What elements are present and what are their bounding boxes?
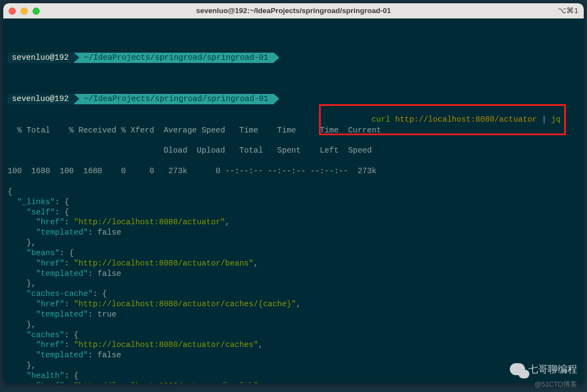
command-highlight-box: curl http://localhost:8080/actuator | jq [319, 104, 565, 135]
prompt-path: ~/IdeaProjects/springroad/springroad-01 [74, 53, 273, 63]
curl-progress-row: 100 1680 100 1680 0 0 273k 0 --:--:-- --… [8, 166, 579, 176]
wechat-icon [510, 363, 525, 375]
prompt-line-1: sevenluo@192 ~/IdeaProjects/springroad/s… [8, 53, 579, 63]
prompt-line-2: sevenluo@192 ~/IdeaProjects/springroad/s… [8, 94, 579, 104]
cmd-curl: curl [371, 115, 390, 124]
window-title: sevenluo@192:~/IdeaProjects/springroad/s… [3, 6, 584, 16]
wechat-label: 七哥聊编程 [528, 363, 577, 376]
json-output: { "_links": { "self": { "href": "http://… [8, 187, 579, 383]
terminal-window: sevenluo@192:~/IdeaProjects/springroad/s… [3, 3, 584, 383]
prompt-user: sevenluo@192 [8, 94, 74, 104]
command-area: curl http://localhost:8080/actuator | jq [274, 94, 579, 104]
cmd-jq: jq [551, 115, 560, 124]
prompt-user: sevenluo@192 [8, 53, 74, 63]
prompt-path: ~/IdeaProjects/springroad/springroad-01 [74, 94, 273, 104]
curl-header-2: Dload Upload Total Spent Left Speed [8, 146, 579, 156]
cmd-url: http://localhost:8080/actuator [395, 115, 537, 124]
terminal-body[interactable]: sevenluo@192 ~/IdeaProjects/springroad/s… [3, 18, 584, 383]
wechat-overlay: 七哥聊编程 [510, 363, 577, 376]
attribution: @51CTO博客 [534, 380, 577, 389]
cmd-pipe: | [542, 115, 547, 124]
json-key-links: "_links" [17, 198, 55, 206]
titlebar: sevenluo@192:~/IdeaProjects/springroad/s… [3, 3, 584, 18]
